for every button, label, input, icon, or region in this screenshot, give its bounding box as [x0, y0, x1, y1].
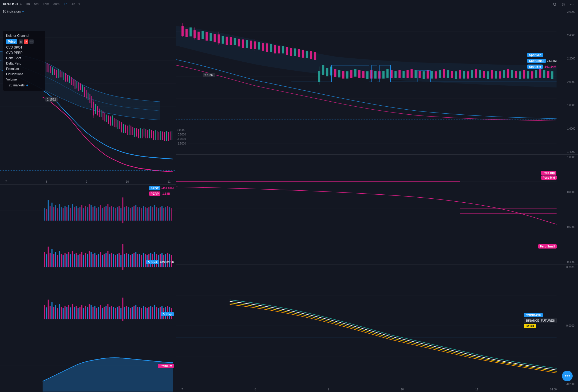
right-bottom-panel: 0.2000 0.0000 -0.2000 COINBASE BINANCE_F…	[176, 265, 578, 387]
price-controls: ◉ ✕ ⋯	[19, 39, 34, 44]
svg-rect-134	[148, 207, 149, 221]
perp-labels: Perp Big Perp Mid	[541, 171, 557, 179]
svg-rect-202	[145, 254, 146, 267]
svg-rect-26	[82, 85, 83, 92]
svg-rect-170	[85, 253, 86, 267]
center-price-labels: 0.0000 -0.5000 -1.0000 -1.5000	[175, 128, 188, 146]
svg-rect-54	[132, 127, 133, 135]
svg-rect-8	[49, 64, 49, 73]
svg-rect-75	[172, 131, 172, 140]
svg-rect-45	[116, 119, 116, 127]
svg-rect-44	[114, 118, 114, 127]
svg-rect-43	[112, 115, 113, 126]
svg-rect-192	[126, 253, 127, 267]
right-bottom-svg	[176, 265, 578, 387]
svg-rect-262	[126, 306, 127, 319]
svg-rect-65	[153, 131, 154, 140]
main-container: XRPUSD ₣ 1m 5m 15m 30m 1h 4h ▾ 10 indica…	[0, 0, 578, 392]
svg-rect-381	[222, 36, 224, 43]
svg-rect-248	[100, 305, 101, 319]
svg-rect-428	[402, 71, 405, 78]
tf-1m[interactable]: 1m	[24, 2, 31, 6]
svg-rect-432	[419, 71, 421, 78]
svg-rect-250	[104, 307, 105, 319]
svg-rect-246	[96, 308, 97, 319]
markets-plus-icon[interactable]: +	[26, 83, 28, 87]
svg-rect-452	[499, 71, 501, 78]
svg-rect-261	[124, 307, 125, 319]
indicators-bar: 10 indicators +	[0, 8, 176, 15]
right-price-svg	[176, 9, 578, 154]
svg-rect-72	[166, 131, 167, 141]
more-button[interactable]: •••	[562, 371, 573, 381]
svg-rect-405	[314, 52, 316, 60]
svg-rect-445	[471, 70, 473, 78]
tf-5m[interactable]: 5m	[33, 2, 40, 6]
svg-rect-146	[171, 208, 172, 221]
currency-icon: ₣	[20, 2, 22, 6]
svg-rect-151	[50, 253, 51, 267]
svg-rect-117	[117, 207, 118, 221]
tf-15m[interactable]: 15m	[42, 2, 50, 6]
svg-rect-80	[48, 200, 49, 221]
svg-rect-238	[81, 305, 82, 319]
tf-4h[interactable]: 4h	[70, 2, 76, 6]
perp-small-container: Perp Small	[538, 245, 557, 248]
tf-30m[interactable]: 30m	[52, 2, 61, 6]
spot-mid-row: Spot Mid	[527, 53, 557, 57]
svg-rect-111	[105, 206, 106, 221]
svg-rect-465	[551, 71, 553, 79]
svg-rect-63	[149, 129, 150, 138]
tf-dropdown[interactable]: ▾	[78, 2, 80, 6]
indicators-plus-icon[interactable]: +	[22, 9, 24, 14]
svg-rect-164	[74, 254, 75, 267]
bybit-label: BYBIT	[524, 324, 536, 328]
svg-rect-388	[250, 41, 252, 49]
svg-rect-258	[118, 306, 120, 319]
svg-rect-93	[72, 204, 73, 221]
svg-rect-166	[78, 255, 79, 267]
legend-premium: Premium	[6, 66, 42, 71]
settings-icon-btn[interactable]	[560, 2, 566, 7]
svg-rect-416	[354, 69, 357, 77]
svg-rect-280	[160, 307, 161, 319]
svg-rect-191	[124, 254, 125, 267]
premium-svg	[0, 340, 176, 392]
price-menu-btn[interactable]: ⋯	[29, 39, 34, 44]
tf-1h[interactable]: 1h	[63, 2, 68, 6]
svg-rect-99	[83, 208, 84, 221]
svg-rect-239	[83, 308, 84, 319]
svg-rect-173	[90, 252, 92, 267]
svg-rect-79	[46, 209, 47, 221]
svg-rect-187	[117, 254, 118, 267]
svg-rect-257	[117, 307, 118, 319]
svg-rect-144	[167, 206, 168, 221]
svg-rect-264	[130, 308, 131, 319]
svg-rect-89	[65, 206, 66, 221]
svg-rect-15	[62, 72, 62, 78]
svg-rect-220	[48, 299, 49, 319]
bybit-row: BYBIT	[524, 324, 557, 327]
svg-rect-425	[390, 70, 393, 78]
svg-rect-37	[101, 110, 101, 117]
svg-rect-463	[543, 70, 545, 78]
svg-rect-127	[135, 205, 136, 221]
indicators-button[interactable]: 10 indicators +	[3, 9, 24, 14]
markets-label: 20 markets	[9, 83, 25, 87]
svg-rect-135	[150, 206, 151, 221]
price-close-btn[interactable]: ✕	[24, 39, 28, 44]
legend-liquidations-label: Liquidations	[6, 72, 23, 76]
more-icon-btn[interactable]: ⋯	[569, 2, 575, 7]
svg-rect-57	[138, 129, 139, 138]
svg-rect-417	[358, 70, 361, 78]
r-tick-8: 8	[255, 388, 256, 391]
svg-rect-426	[394, 71, 397, 78]
svg-rect-113	[109, 207, 110, 221]
svg-rect-130	[141, 208, 142, 221]
svg-rect-195	[132, 254, 133, 267]
search-icon-btn[interactable]	[552, 2, 558, 7]
svg-rect-136	[152, 207, 153, 221]
svg-rect-103	[90, 205, 92, 221]
svg-rect-224	[55, 305, 56, 319]
price-eye-btn[interactable]: ◉	[19, 39, 23, 44]
